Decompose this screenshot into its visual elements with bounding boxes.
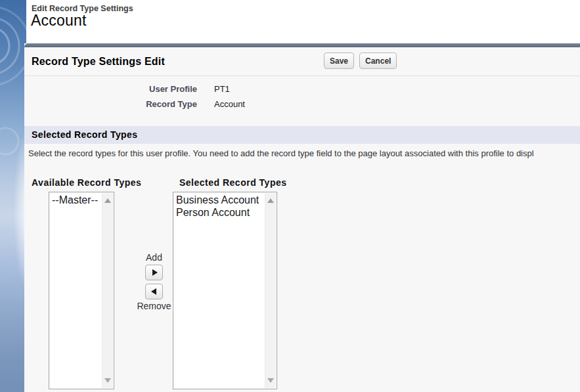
panel-header: Record Type Settings Edit Save Cancel xyxy=(24,47,580,76)
action-button-group: Save Cancel xyxy=(324,53,397,69)
selected-items: Business AccountPerson Account xyxy=(174,194,265,388)
list-item[interactable]: Person Account xyxy=(174,206,265,219)
available-record-types-listbox[interactable]: --Master-- xyxy=(49,192,114,389)
scroll-up-icon[interactable] xyxy=(104,198,111,203)
user-profile-row: User Profile PT1 xyxy=(24,81,432,97)
move-controls: Add Remove xyxy=(129,252,179,311)
section-header: Selected Record Types xyxy=(24,126,580,144)
save-button[interactable]: Save xyxy=(324,53,354,69)
move-right-icon xyxy=(152,269,158,276)
record-type-settings-panel: Record Type Settings Edit Save Cancel Us… xyxy=(24,43,580,392)
remove-label: Remove xyxy=(129,301,179,311)
selected-scrollbar[interactable] xyxy=(265,193,276,388)
add-label: Add xyxy=(129,252,179,263)
list-item[interactable]: --Master-- xyxy=(50,194,102,206)
record-type-value: Account xyxy=(214,99,245,109)
decorative-left-strip xyxy=(0,0,26,392)
page-title: Account xyxy=(31,12,87,30)
selected-record-types-listbox[interactable]: Business AccountPerson Account xyxy=(173,192,277,389)
scroll-down-icon[interactable] xyxy=(104,378,111,383)
record-type-label: Record Type xyxy=(24,99,197,109)
user-profile-label: User Profile xyxy=(24,84,197,94)
move-left-icon xyxy=(151,288,156,295)
panel-title: Record Type Settings Edit xyxy=(32,56,165,68)
selected-record-types-label: Selected Record Types xyxy=(179,177,287,188)
section-description: Select the record types for this user pr… xyxy=(28,148,580,158)
detail-section: User Profile PT1 Record Type Account xyxy=(24,81,432,112)
available-record-types-label: Available Record Types xyxy=(32,177,141,188)
list-item[interactable]: Business Account xyxy=(174,194,265,206)
record-type-row: Record Type Account xyxy=(24,97,432,112)
scroll-down-icon[interactable] xyxy=(267,378,274,383)
scroll-up-icon[interactable] xyxy=(267,198,274,203)
cancel-button[interactable]: Cancel xyxy=(359,53,397,69)
add-button[interactable] xyxy=(145,265,163,280)
available-items: --Master-- xyxy=(50,194,102,388)
user-profile-value: PT1 xyxy=(214,84,230,94)
remove-button[interactable] xyxy=(145,284,163,299)
available-scrollbar[interactable] xyxy=(102,193,113,388)
